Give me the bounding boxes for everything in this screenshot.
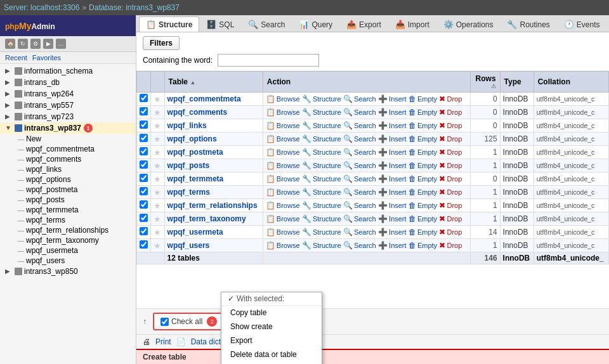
structure-link-wpqf_term_taxonomy[interactable]: 🔧 Structure: [302, 214, 341, 223]
row-checkbox-wpqf_term_taxonomy[interactable]: [137, 212, 151, 226]
row-checkbox-wpqf_links[interactable]: [137, 119, 151, 133]
recent-link[interactable]: Recent: [5, 54, 27, 62]
insert-link-wpqf_usermeta[interactable]: ➕ Insert: [378, 228, 407, 237]
empty-link-wpqf_options[interactable]: 🗑 Empty: [409, 134, 437, 143]
empty-link-wpqf_postmeta[interactable]: 🗑 Empty: [409, 148, 437, 157]
sidebar-db-intrans_db[interactable]: ▶intrans_db: [0, 77, 136, 88]
row-checkbox-wpqf_commentmeta[interactable]: [137, 93, 151, 106]
empty-link-wpqf_comments[interactable]: 🗑 Empty: [409, 108, 437, 117]
browse-link-wpqf_term_relationships[interactable]: 📋 Browse: [266, 201, 300, 210]
search-link-wpqf_comments[interactable]: 🔍 Search: [343, 108, 376, 117]
sidebar-db-intrans_wp264[interactable]: ▶intrans_wp264: [0, 88, 136, 100]
search-link-wpqf_users[interactable]: 🔍 Search: [343, 241, 376, 250]
row-checkbox-wpqf_term_relationships[interactable]: [137, 199, 151, 212]
sidebar-db-intrans_wp723[interactable]: ▶intrans_wp723: [0, 111, 136, 122]
search-link-wpqf_term_taxonomy[interactable]: 🔍 Search: [343, 214, 376, 223]
drop-link-wpqf_comments[interactable]: ✖ Drop: [439, 108, 462, 117]
tab-operations[interactable]: ⚙️Operations: [436, 16, 501, 32]
star-icon-wpqf_users[interactable]: ★: [154, 241, 161, 250]
table-link-wpqf_postmeta[interactable]: wpqf_postmeta: [167, 148, 223, 157]
drop-link-wpqf_term_taxonomy[interactable]: ✖ Drop: [439, 214, 462, 223]
drop-link-wpqf_usermeta[interactable]: ✖ Drop: [439, 228, 462, 237]
sidebar-table-wpqf_users[interactable]: —wpqf_users: [0, 256, 136, 266]
table-link-wpqf_users[interactable]: wpqf_users: [167, 241, 210, 250]
row-star-wpqf_commentmeta[interactable]: ★: [151, 93, 165, 106]
insert-link-wpqf_terms[interactable]: ➕ Insert: [378, 188, 407, 197]
favorites-link[interactable]: Favorites: [32, 54, 61, 62]
structure-link-wpqf_termmeta[interactable]: 🔧 Structure: [302, 174, 341, 183]
sidebar-table-wpqf_terms[interactable]: —wpqf_terms: [0, 215, 136, 225]
structure-link-wpqf_usermeta[interactable]: 🔧 Structure: [302, 228, 341, 237]
drop-link-wpqf_commentmeta[interactable]: ✖ Drop: [439, 94, 462, 103]
structure-link-wpqf_comments[interactable]: 🔧 Structure: [302, 108, 341, 117]
table-link-wpqf_term_taxonomy[interactable]: wpqf_term_taxonomy: [167, 214, 246, 223]
sidebar-table-wpqf_comments[interactable]: —wpqf_comments: [0, 154, 136, 164]
drop-link-wpqf_terms[interactable]: ✖ Drop: [439, 188, 462, 197]
insert-link-wpqf_postmeta[interactable]: ➕ Insert: [378, 148, 407, 157]
drop-link-wpqf_links[interactable]: ✖ Drop: [439, 121, 462, 130]
sidebar-table-New[interactable]: —New: [0, 134, 136, 144]
row-checkbox-wpqf_posts[interactable]: [137, 159, 151, 172]
refresh-icon[interactable]: ↻: [18, 39, 28, 49]
row-checkbox-wpqf_usermeta[interactable]: [137, 226, 151, 239]
star-icon-wpqf_commentmeta[interactable]: ★: [154, 94, 161, 104]
drop-link-wpqf_posts[interactable]: ✖ Drop: [439, 161, 462, 170]
structure-link-wpqf_posts[interactable]: 🔧 Structure: [302, 161, 341, 170]
drop-link-wpqf_postmeta[interactable]: ✖ Drop: [439, 148, 462, 157]
filter-input[interactable]: [218, 54, 319, 67]
browse-link-wpqf_commentmeta[interactable]: 📋 Browse: [266, 94, 300, 103]
search-link-wpqf_links[interactable]: 🔍 Search: [343, 121, 376, 130]
sidebar-table-wpqf_term_relationships[interactable]: —wpqf_term_relationships: [0, 225, 136, 235]
search-link-wpqf_terms[interactable]: 🔍 Search: [343, 188, 376, 197]
row-star-wpqf_postmeta[interactable]: ★: [151, 146, 165, 159]
structure-link-wpqf_options[interactable]: 🔧 Structure: [302, 134, 341, 143]
row-checkbox-wpqf_comments[interactable]: [137, 106, 151, 119]
row-checkbox-wpqf_terms[interactable]: [137, 186, 151, 199]
sidebar-table-wpqf_options[interactable]: —wpqf_options: [0, 174, 136, 185]
insert-link-wpqf_commentmeta[interactable]: ➕ Insert: [378, 94, 407, 103]
star-icon-wpqf_terms[interactable]: ★: [154, 188, 161, 197]
structure-link-wpqf_term_relationships[interactable]: 🔧 Structure: [302, 201, 341, 210]
table-link-wpqf_posts[interactable]: wpqf_posts: [167, 161, 210, 170]
check-all-checkbox[interactable]: [160, 318, 169, 326]
drop-link-wpqf_term_relationships[interactable]: ✖ Drop: [439, 201, 462, 210]
tab-sql[interactable]: 🗄️SQL: [199, 16, 241, 32]
star-icon-wpqf_options[interactable]: ★: [154, 134, 161, 144]
row-star-wpqf_links[interactable]: ★: [151, 119, 165, 133]
table-link-wpqf_commentmeta[interactable]: wpqf_commentmeta: [167, 94, 241, 103]
star-icon-wpqf_term_relationships[interactable]: ★: [154, 201, 161, 211]
more-icon[interactable]: …: [56, 39, 66, 49]
sidebar-db-intrans3_wp850[interactable]: ▶intrans3_wp850: [0, 266, 136, 277]
table-link-wpqf_options[interactable]: wpqf_options: [167, 134, 217, 143]
row-star-wpqf_options[interactable]: ★: [151, 133, 165, 146]
search-link-wpqf_postmeta[interactable]: 🔍 Search: [343, 148, 376, 157]
row-star-wpqf_users[interactable]: ★: [151, 239, 165, 252]
tab-events[interactable]: 🕐Events: [557, 16, 607, 32]
table-link-wpqf_usermeta[interactable]: wpqf_usermeta: [167, 228, 223, 237]
row-star-wpqf_terms[interactable]: ★: [151, 186, 165, 199]
table-link-wpqf_termmeta[interactable]: wpqf_termmeta: [167, 174, 224, 183]
star-icon-wpqf_comments[interactable]: ★: [154, 108, 161, 117]
star-icon-wpqf_usermeta[interactable]: ★: [154, 228, 161, 237]
tab-export[interactable]: 📤Export: [339, 16, 388, 32]
table-link-wpqf_terms[interactable]: wpqf_terms: [167, 188, 210, 197]
row-star-wpqf_comments[interactable]: ★: [151, 106, 165, 119]
structure-link-wpqf_links[interactable]: 🔧 Structure: [302, 121, 341, 130]
sidebar-table-wpqf_termmeta[interactable]: —wpqf_termmeta: [0, 205, 136, 215]
empty-link-wpqf_term_relationships[interactable]: 🗑 Empty: [409, 201, 437, 210]
search-link-wpqf_usermeta[interactable]: 🔍 Search: [343, 228, 376, 237]
sidebar-db-intrans3_wp837[interactable]: ▼intrans3_wp8371: [0, 122, 136, 134]
row-star-wpqf_posts[interactable]: ★: [151, 159, 165, 172]
database-link[interactable]: Database: intrans3_wp837: [89, 3, 180, 12]
search-link-wpqf_term_relationships[interactable]: 🔍 Search: [343, 201, 376, 210]
context-menu-item-empty[interactable]: Empty: [221, 361, 322, 364]
insert-link-wpqf_links[interactable]: ➕ Insert: [378, 121, 407, 130]
browse-link-wpqf_users[interactable]: 📋 Browse: [266, 241, 300, 250]
browse-link-wpqf_term_taxonomy[interactable]: 📋 Browse: [266, 214, 300, 223]
empty-link-wpqf_termmeta[interactable]: 🗑 Empty: [409, 174, 437, 183]
sidebar-table-wpqf_commentmeta[interactable]: —wpqf_commentmeta: [0, 144, 136, 154]
tab-query[interactable]: 📊Query: [292, 16, 339, 32]
browse-link-wpqf_terms[interactable]: 📋 Browse: [266, 188, 300, 197]
context-menu-item-delete-data-or-table[interactable]: Delete data or table: [221, 348, 322, 361]
table-link-wpqf_links[interactable]: wpqf_links: [167, 121, 207, 130]
